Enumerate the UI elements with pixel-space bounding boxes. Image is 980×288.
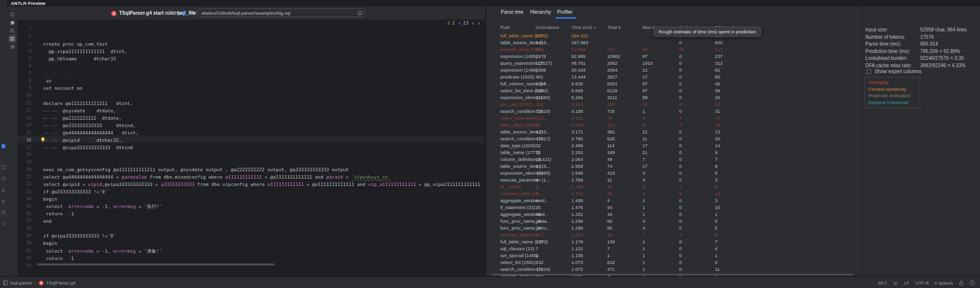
code-line[interactable]: select errorcode = -1, errormsg = '准备!' (43, 247, 162, 255)
column-header-total-k[interactable]: Total k (607, 25, 620, 30)
code-line[interactable]: as (43, 77, 51, 84)
profiler-row[interactable]: search_condition (1516)4711.0724711011 (486, 266, 862, 273)
tool-stripe-icon-1[interactable] (1, 165, 6, 170)
code-line[interactable]: —— —— @a333333333333 dtkind, (43, 122, 136, 129)
caret-position[interactable]: 30:7 (878, 280, 887, 286)
profiler-row[interactable]: expression (1495)197852.99910982970237 (486, 53, 862, 60)
profiler-row[interactable]: table_source_item (15...141.959741708 (486, 163, 862, 170)
profiler-row[interactable]: table_name (1777)332.2521992109 (486, 149, 862, 156)
breadcrumb-project[interactable]: tsql-parser (10, 280, 32, 286)
tool-stripe-icon-4[interactable] (1, 199, 6, 204)
profiler-row[interactable]: full_column_name (17...10948.63583019704… (486, 80, 862, 87)
inspections-widget[interactable]: ⚠2 ✓23 ∧ ∨ (446, 21, 480, 26)
code-line[interactable]: -- -- -- (43, 70, 68, 77)
profiler-row[interactable]: func_proc_name_data...241.29895405 (486, 218, 862, 225)
profiler-row[interactable]: search_condition (1517)4702.78652511030 (486, 135, 862, 142)
editor-horizontal-scrollbar[interactable] (37, 263, 275, 265)
profiler-row[interactable]: aggregate_windowed...41.4954103 (486, 197, 862, 204)
chevron-up-icon[interactable]: ∧ (471, 21, 474, 26)
profiler-row[interactable]: select_list (1581)6321.073632106 (486, 259, 862, 266)
file-radio[interactable] (182, 11, 186, 15)
code-line[interactable]: —— —— @sysdate dtdate, (43, 107, 116, 114)
profiler-row[interactable]: table_source_item (16...141167.9830830 (486, 39, 862, 46)
code-line[interactable]: set nocount on (43, 84, 82, 92)
file-path-input[interactable]: ebelice/Github/tsql-parser/examples/big.… (198, 8, 365, 17)
tool-stripe-icon-5[interactable] (1, 210, 6, 215)
profiler-row[interactable]: aggregate_windowed...181.33118101 (486, 211, 862, 218)
code-line[interactable]: if @vipa333333333333 !='0' (43, 232, 116, 239)
profiler-row[interactable]: if_statement (31)351.476441015 (486, 204, 862, 211)
layers-icon[interactable] (10, 44, 15, 50)
profiler-row[interactable]: execute_parameter (1...41.75811403 (486, 177, 862, 183)
highlight-off-icon[interactable] (893, 280, 898, 286)
code-line[interactable]: —— —— @a2222222222 dtdate, (43, 114, 122, 122)
profiler-row[interactable]: execute_statement (1...41.22218748 (486, 232, 862, 238)
profiler-row[interactable]: id_ (1838)51.74616539 (486, 183, 862, 190)
profiler-row[interactable]: set_special (1485)11.1051101 (486, 252, 862, 259)
code-line[interactable]: end (43, 217, 51, 225)
profiler-icon[interactable] (8, 35, 16, 43)
encoding-indicator[interactable]: UTF-8 (915, 280, 929, 286)
tool-stripe-icon-6[interactable] (1, 221, 6, 226)
search-icon[interactable] (10, 28, 15, 34)
code-line[interactable]: declare @a1111111111111 dtint, (43, 100, 133, 107)
column-header-rule[interactable]: Rule (500, 25, 510, 30)
stop-icon[interactable] (10, 21, 15, 25)
code-line[interactable]: create proc up_com_test (43, 40, 108, 48)
profiler-row[interactable]: constant_elem (15...71.703289516 (486, 190, 862, 197)
profiler-table[interactable]: RuleInvocationsTime (ms) ∨Total kMax kAm… (486, 6, 862, 276)
profiler-row[interactable]: table_source_item (15...1273.17138121013 (486, 129, 862, 135)
expert-columns-checkbox[interactable] (866, 69, 871, 74)
profiler-row[interactable]: table_alias (1563)823.6261218564 (486, 122, 862, 129)
profiler-row[interactable]: data_type (1829)322.48811417014 (486, 142, 862, 149)
profiler-row[interactable]: predicate (1525)46113.444292717080 (486, 74, 862, 80)
profiler-row[interactable]: expression_elem (1590)6115.266321199026 (486, 94, 862, 101)
profiler-row[interactable]: join_part (1557)1184.40359015852 (486, 101, 862, 108)
input-radio[interactable] (168, 11, 172, 15)
code-line[interactable]: —— —— @vipa333333333333 dtkind (43, 144, 133, 151)
code-line[interactable]: exec nb_com_getsysconfig @a1111111111111… (43, 166, 348, 173)
file-radio-label[interactable]: File (189, 6, 196, 20)
column-header-invocations[interactable]: Invocations (536, 25, 559, 30)
code-line[interactable]: —— —— @a4444444444444444 dtint, (43, 129, 138, 136)
active-tool-window-icon[interactable] (1, 144, 6, 149)
refresh-icon[interactable] (10, 12, 15, 17)
profiler-row[interactable]: search_condition (1519)7354.1587351031 (486, 108, 862, 115)
profiler-row[interactable]: expression_elem (1589)4021.948413308 (486, 170, 862, 177)
profiler-row[interactable]: sql_clauses (12)71.1227104 (486, 245, 862, 252)
profiler-row[interactable]: column_definition (1421)182.06449707 (486, 156, 862, 163)
code-editor[interactable]: 1234567891011121314151617181920212223242… (18, 20, 485, 276)
profiler-row[interactable]: select_list_elem (1592)6326.669612997038 (486, 87, 862, 94)
code-line[interactable]: select @vipid = vipid,@vipa333333333333 … (43, 181, 480, 188)
browse-icon[interactable] (358, 11, 362, 15)
column-header-time-ms-[interactable]: Time (ms) ∨ (571, 25, 596, 30)
code-line[interactable]: select @a4444444444444444 = paravalue fr… (43, 173, 391, 181)
code-line[interactable]: begin (43, 195, 57, 203)
column-header-max-k[interactable]: Max k (642, 25, 655, 30)
code-line[interactable]: return -1 (43, 210, 74, 217)
line-ending-indicator[interactable]: LF (904, 280, 909, 286)
code-line[interactable]: return -1 (43, 255, 74, 262)
code-line[interactable]: begin (43, 239, 57, 247)
breadcrumb-file[interactable]: TSqlParser.g4 (46, 280, 75, 286)
profiler-row[interactable]: execute_body (1034)9463.8467164644617 (486, 46, 862, 53)
tool-stripe-icon-3[interactable] (1, 187, 6, 192)
code-line[interactable]: @p_vipa1111111111111 dtint, (43, 48, 127, 55)
profiler-row[interactable]: full_table_name (1773)1391.179139107 (486, 238, 862, 245)
bulb-icon[interactable] (40, 137, 46, 143)
profiler-row[interactable]: select_statement (15...74.121799776 (486, 115, 862, 122)
chevron-down-icon[interactable]: ∨ (477, 21, 480, 26)
unlock-icon[interactable] (959, 280, 964, 286)
profiler-row[interactable]: expression (1498)199820.342206421082 (486, 67, 862, 74)
code-line[interactable]: select errorcode = -1, errormsg = '执行!' (43, 203, 162, 210)
expert-columns-label[interactable]: Show expert columns (875, 68, 922, 75)
indent-indicator[interactable]: 4 spaces (934, 280, 953, 286)
notification-icon[interactable] (970, 280, 975, 286)
code-line[interactable]: —— —— @vipid dtchar32, (43, 136, 122, 144)
tool-stripe-icon-2[interactable] (1, 176, 6, 181)
profiler-row[interactable]: func_proc_name_serv...241.28995405 (486, 225, 862, 232)
table-horizontal-scrollbar[interactable] (491, 274, 854, 275)
code-line[interactable]: @p_tblname dtchar32 (43, 55, 116, 62)
code-line[interactable]: if @a333333333333 !='0' (43, 188, 108, 195)
profiler-row[interactable]: query_expression (1527)11748.76120621910… (486, 60, 862, 67)
